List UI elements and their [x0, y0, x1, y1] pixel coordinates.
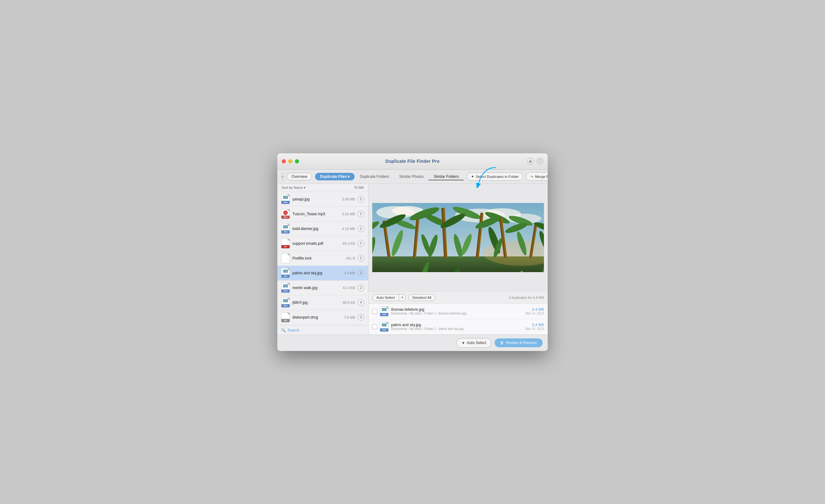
duplicate-info: 2 duplicates for 6.8 MB: [508, 296, 544, 300]
file-size: 69.2 KB: [343, 242, 355, 245]
merge-folders-button[interactable]: ⇒ Merge Folders: [526, 172, 548, 181]
deselect-all-button[interactable]: Deselect All: [408, 294, 436, 301]
dup-filename: palms and sky.jpg: [391, 323, 523, 327]
file-count: 4: [358, 299, 364, 306]
file-list-item[interactable]: PDF support emails.pdf 69.2 KB 2: [277, 236, 368, 251]
file-name: j6iKlY.jpg: [292, 301, 340, 305]
dup-info-text: thomas-lefebvre.jpg Documents › My docs …: [391, 307, 523, 315]
bottom-bar: ✦ Auto Select 🗑 Review & Remove: [277, 335, 548, 351]
file-icon: JPEG: [281, 224, 290, 234]
file-list-item[interactable]: Podfile.lock 281 B 2: [277, 251, 368, 266]
dup-date: Mar 14, 2019: [525, 312, 544, 315]
auto-select-main[interactable]: Auto Select: [373, 295, 399, 301]
auto-select-dropdown[interactable]: ▾: [399, 295, 405, 301]
rss-icon[interactable]: ◉: [527, 158, 534, 165]
titlebar: Duplicate File Finder Pro ◉ ⓘ: [277, 153, 548, 170]
file-list-item[interactable]: JPEG todd-diemer.jpg 4.15 MB 2: [277, 222, 368, 236]
duplicate-list: JPEG thomas-lefebvre.jpg Documents › My …: [369, 304, 548, 335]
main-content: Sort by Name ▾ 75 MB JPEG yanapi.jpg 3.8…: [277, 184, 548, 335]
file-icon: [281, 253, 290, 263]
tab-similar-photos[interactable]: Similar Photos: [394, 173, 429, 180]
file-size: 4.15 MB: [342, 227, 355, 231]
file-count: 2: [358, 196, 364, 203]
file-list: JPEG yanapi.jpg 3.89 MB 2 MP3 Tuscon_Tea…: [277, 192, 368, 326]
tab-duplicate-folders[interactable]: Duplicate Folders: [355, 173, 394, 180]
overview-button[interactable]: Overview: [287, 173, 312, 180]
app-window: Duplicate File Finder Pro ◉ ⓘ ‹ Overview…: [277, 153, 548, 351]
file-list-item[interactable]: DMG diskexpert.dmg 7.6 MB 3: [277, 310, 368, 325]
file-size: 7.6 MB: [344, 316, 355, 319]
file-list-item[interactable]: MP3 Tuscon_Tease.mp3 6.01 MB 2: [277, 207, 368, 222]
file-count: 2: [358, 225, 364, 232]
file-name: merlin walk.jpg: [292, 285, 340, 290]
merge-icon: ⇒: [530, 174, 534, 179]
file-name: Tuscon_Tease.mp3: [292, 212, 340, 216]
auto-select-split-button[interactable]: Auto Select ▾: [372, 294, 406, 301]
file-list-item[interactable]: JPEG j6iKlY.jpg 88.9 KB 4: [277, 296, 368, 310]
dup-info-text: palms and sky.jpg Documents › My docs › …: [391, 323, 523, 331]
file-size: 3.89 MB: [342, 197, 355, 201]
file-icon: JPEG: [281, 283, 290, 293]
file-icon: DMG: [281, 312, 290, 322]
preview-area: [369, 184, 548, 291]
file-name: support emails.pdf: [292, 241, 340, 246]
tab-duplicate-files[interactable]: Duplicate Files ▾: [315, 173, 355, 180]
file-size: 281 B: [346, 256, 355, 260]
file-icon: JPEG: [281, 298, 290, 308]
file-icon: MP3: [281, 209, 290, 219]
dup-path: Documents › My docs › Folder 1 › thomas-…: [391, 312, 523, 315]
file-size: 88.9 KB: [343, 301, 355, 305]
dup-file-icon: JPEG: [380, 306, 389, 316]
minimize-button[interactable]: [288, 159, 292, 163]
svg-rect-45: [372, 203, 544, 272]
dup-filename: thomas-lefebvre.jpg: [391, 307, 523, 312]
dup-size: 3.4 MB Mar 14, 2019: [525, 307, 544, 315]
file-size: 42.3 KB: [343, 286, 355, 290]
file-count: 2: [358, 284, 364, 291]
dup-size-value: 3.4 MB: [525, 307, 544, 312]
search-icon: 🔍: [281, 328, 286, 332]
duplicate-controls: Auto Select ▾ Deselect All 2 duplicates …: [369, 291, 548, 304]
file-list-item[interactable]: JPEG palms and sky.jpg 3.4 MB 2: [277, 266, 368, 280]
file-list-item[interactable]: JPEG yanapi.jpg 3.89 MB 2: [277, 192, 368, 207]
dup-size-value: 3.4 MB: [525, 323, 544, 327]
dup-file-icon: JPEG: [380, 322, 389, 332]
file-name: yanapi.jpg: [292, 197, 340, 201]
review-remove-button[interactable]: 🗑 Review & Remove: [495, 338, 543, 347]
sidebar: Sort by Name ▾ 75 MB JPEG yanapi.jpg 3.8…: [277, 184, 369, 335]
file-name: diskexpert.dmg: [292, 315, 342, 320]
dup-size: 3.4 MB Mar 14, 2019: [525, 323, 544, 331]
file-icon: JPEG: [281, 268, 290, 278]
file-name: palms and sky.jpg: [292, 271, 342, 275]
dup-date: Mar 14, 2019: [525, 327, 544, 331]
select-duplicates-button[interactable]: ✦ Select Duplicates in Folder: [467, 172, 523, 181]
sort-label[interactable]: Sort by Name ▾: [282, 186, 306, 190]
duplicate-checkbox[interactable]: [372, 324, 377, 329]
file-count: 2: [358, 240, 364, 247]
auto-select-bottom-button[interactable]: ✦ Auto Select: [456, 338, 492, 348]
trash-icon: 🗑: [500, 341, 504, 345]
fullscreen-button[interactable]: [295, 159, 299, 163]
file-size: 6.01 MB: [342, 212, 355, 216]
tab-similar-folders[interactable]: Similar Folders: [429, 173, 464, 180]
preview-image: [372, 203, 544, 272]
file-name: todd-diemer.jpg: [292, 227, 340, 231]
file-name: Podfile.lock: [292, 256, 343, 260]
file-size: 3.4 MB: [344, 271, 355, 275]
search-button[interactable]: 🔍 Search: [277, 326, 368, 335]
file-icon: JPEG: [281, 194, 290, 204]
back-button[interactable]: ‹: [282, 172, 284, 181]
window-title: Duplicate File Finder Pro: [385, 159, 440, 164]
dup-path: Documents › My docs › Folder 2 › palms a…: [391, 327, 523, 331]
duplicate-checkbox[interactable]: [372, 309, 377, 314]
select-dup-icon: ✦: [471, 174, 474, 179]
file-list-item[interactable]: JPEG merlin walk.jpg 42.3 KB 2: [277, 280, 368, 296]
file-count: 2: [358, 211, 364, 218]
total-size: 75 MB: [354, 186, 364, 190]
toolbar: ‹ Overview Duplicate Files ▾ Duplicate F…: [277, 170, 548, 184]
file-count: 2: [358, 255, 364, 262]
info-icon[interactable]: ⓘ: [536, 158, 543, 165]
close-button[interactable]: [282, 159, 286, 163]
file-count: 3: [358, 314, 364, 321]
traffic-lights: [282, 159, 299, 163]
